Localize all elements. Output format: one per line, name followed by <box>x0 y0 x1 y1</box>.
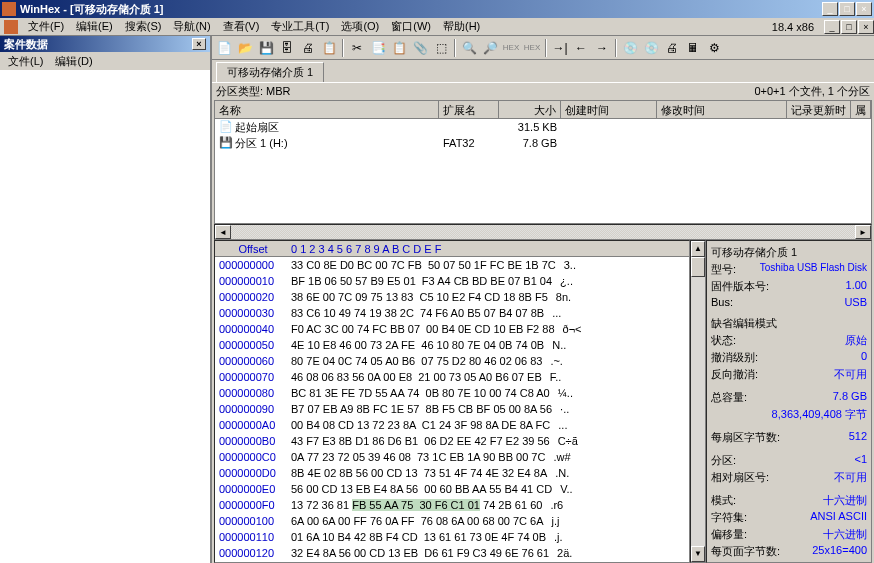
case-menu-file[interactable]: 文件(L) <box>2 53 49 70</box>
vscroll-up-button[interactable]: ▲ <box>691 241 705 257</box>
back-icon[interactable]: ← <box>571 38 591 58</box>
hex-row[interactable]: 0000000F013 72 36 81 FB 55 AA 75 30 F6 C… <box>215 497 689 513</box>
hex-offset: 000000030 <box>215 307 291 319</box>
paste-icon[interactable]: 📋 <box>389 38 409 58</box>
maximize-button[interactable]: □ <box>839 2 855 16</box>
mdi-maximize-button[interactable]: □ <box>841 20 857 34</box>
hex-row[interactable]: 00000002038 6E 00 7C 09 75 13 83 C5 10 E… <box>215 289 689 305</box>
open-folder-icon[interactable]: 📂 <box>235 38 255 58</box>
mdi-close-button[interactable]: × <box>858 20 874 34</box>
gear-icon[interactable]: ⚙ <box>704 38 724 58</box>
hex-ascii: .~. <box>542 355 563 367</box>
hex-offset: 000000050 <box>215 339 291 351</box>
calc-icon[interactable]: 🖩 <box>683 38 703 58</box>
hex-vscrollbar[interactable]: ▲ ▼ <box>690 240 706 563</box>
hex-ascii: 3.. <box>556 259 576 271</box>
col-atime[interactable]: 记录更新时间 <box>787 101 851 118</box>
menu-nav[interactable]: 导航(N) <box>167 18 216 35</box>
tool-icon[interactable]: 🖨 <box>662 38 682 58</box>
mdi-minimize-button[interactable]: _ <box>824 20 840 34</box>
hex-offset: 0000000B0 <box>215 435 291 447</box>
new-file-icon[interactable]: 📄 <box>214 38 234 58</box>
tab-removable-media[interactable]: 可移动存储介质 1 <box>216 62 324 82</box>
hex-row[interactable]: 00000007046 08 06 83 56 0A 00 E8 21 00 7… <box>215 369 689 385</box>
disk-icon[interactable]: 💿 <box>620 38 640 58</box>
hex-ascii: C÷ã <box>550 435 578 447</box>
hex-row[interactable]: 0000000504E 10 E8 46 00 73 2A FE 46 10 8… <box>215 337 689 353</box>
row-ext: FAT32 <box>439 137 499 149</box>
forward-icon[interactable]: → <box>592 38 612 58</box>
hex-editor[interactable]: Offset 0 1 2 3 4 5 6 7 8 9 A B C D E F 0… <box>214 240 690 563</box>
vscroll-down-button[interactable]: ▼ <box>691 546 705 562</box>
hex-row[interactable]: 00000003083 C6 10 49 74 19 38 2C 74 F6 A… <box>215 305 689 321</box>
menu-window[interactable]: 窗口(W) <box>385 18 437 35</box>
menu-view[interactable]: 查看(V) <box>217 18 266 35</box>
hex-row[interactable]: 00000011001 6A 10 B4 42 8B F4 CD 13 61 6… <box>215 529 689 545</box>
partition-row[interactable]: 📄起始扇区31.5 KB <box>215 119 871 135</box>
hex-ascii: .j. <box>546 531 563 543</box>
hex-row[interactable]: 000000090B7 07 EB A9 8B FC 1E 57 8B F5 C… <box>215 401 689 417</box>
col-name[interactable]: 名称 <box>215 101 439 118</box>
menu-edit[interactable]: 编辑(E) <box>70 18 119 35</box>
info-panel: 可移动存储介质 1 型号:Toshiba USB Flash Disk 固件版本… <box>706 240 872 563</box>
row-name: 起始扇区 <box>235 120 279 135</box>
menu-search[interactable]: 搜索(S) <box>119 18 168 35</box>
col-attr[interactable]: 属性 <box>851 101 871 118</box>
hex-label-icon[interactable]: HEX <box>501 38 521 58</box>
case-menu-edit[interactable]: 编辑(D) <box>49 53 98 70</box>
app-icon <box>2 2 16 16</box>
hex-row[interactable]: 000000040F0 AC 3C 00 74 FC BB 07 00 B4 0… <box>215 321 689 337</box>
hex-row[interactable]: 00000012032 E4 8A 56 00 CD 13 EB D6 61 F… <box>215 545 689 561</box>
hex-row[interactable]: 000000010BF 1B 06 50 57 B9 E5 01 F3 A4 C… <box>215 273 689 289</box>
partition-hscrollbar[interactable]: ◄ ► <box>214 224 872 240</box>
hex-row[interactable]: 0000000D08B 4E 02 8B 56 00 CD 13 73 51 4… <box>215 465 689 481</box>
hscroll-left-button[interactable]: ◄ <box>215 225 231 239</box>
hex-row[interactable]: 00000000033 C0 8E D0 BC 00 7C FB 50 07 5… <box>215 257 689 273</box>
case-tree[interactable] <box>0 70 210 563</box>
find-icon[interactable]: 🔍 <box>459 38 479 58</box>
disk2-icon[interactable]: 💿 <box>641 38 661 58</box>
hex-offset: 000000090 <box>215 403 291 415</box>
hex-row[interactable]: 000000080BC 81 3E FE 7D 55 AA 74 0B 80 7… <box>215 385 689 401</box>
case-panel-close-button[interactable]: × <box>192 38 206 50</box>
properties-icon[interactable]: 📋 <box>319 38 339 58</box>
menu-tools[interactable]: 专业工具(T) <box>265 18 335 35</box>
col-ctime[interactable]: 创建时间 <box>561 101 657 118</box>
row-icon: 💾 <box>219 136 233 150</box>
hex-ascii: .w# <box>545 451 570 463</box>
hex-offset: 0000000F0 <box>215 499 291 511</box>
menu-options[interactable]: 选项(O) <box>335 18 385 35</box>
hex-icon[interactable]: ⬚ <box>431 38 451 58</box>
print-icon[interactable]: 🖨 <box>298 38 318 58</box>
hex-row[interactable]: 0000000E056 00 CD 13 EB E4 8A 56 00 60 B… <box>215 481 689 497</box>
clipboard-icon[interactable]: 📎 <box>410 38 430 58</box>
hex-row[interactable]: 0000000C00A 77 23 72 05 39 46 08 73 1C E… <box>215 449 689 465</box>
col-ext[interactable]: 扩展名 <box>439 101 499 118</box>
goto-icon[interactable]: →| <box>550 38 570 58</box>
hex-offset: 000000120 <box>215 547 291 559</box>
find-hex-icon[interactable]: 🔎 <box>480 38 500 58</box>
copy-icon[interactable]: 📑 <box>368 38 388 58</box>
close-button[interactable]: × <box>856 2 872 16</box>
menu-help[interactable]: 帮助(H) <box>437 18 486 35</box>
hscroll-right-button[interactable]: ► <box>855 225 871 239</box>
partition-row[interactable]: 💾分区 1 (H:)FAT327.8 GB <box>215 135 871 151</box>
hex-ascii: ·.. <box>552 403 569 415</box>
col-size[interactable]: 大小 <box>499 101 561 118</box>
vscroll-thumb[interactable] <box>691 257 705 277</box>
save-all-icon[interactable]: 🗄 <box>277 38 297 58</box>
hex-row[interactable]: 0000001006A 00 6A 00 FF 76 0A FF 76 08 6… <box>215 513 689 529</box>
minimize-button[interactable]: _ <box>822 2 838 16</box>
hex-row[interactable]: 0000000B043 F7 E3 8B D1 86 D6 B1 06 D2 E… <box>215 433 689 449</box>
hex-offset: 0000000C0 <box>215 451 291 463</box>
hex-ascii: ... <box>544 307 561 319</box>
menu-file[interactable]: 文件(F) <box>22 18 70 35</box>
hex-label2-icon[interactable]: HEX <box>522 38 542 58</box>
cut-icon[interactable]: ✂ <box>347 38 367 58</box>
hex-row[interactable]: 0000000A000 B4 08 CD 13 72 23 8A C1 24 3… <box>215 417 689 433</box>
save-icon[interactable]: 💾 <box>256 38 276 58</box>
col-mtime[interactable]: 修改时间 <box>657 101 787 118</box>
hex-offset: 000000000 <box>215 259 291 271</box>
doc-icon <box>4 20 18 34</box>
hex-row[interactable]: 00000006080 7E 04 0C 74 05 A0 B6 07 75 D… <box>215 353 689 369</box>
